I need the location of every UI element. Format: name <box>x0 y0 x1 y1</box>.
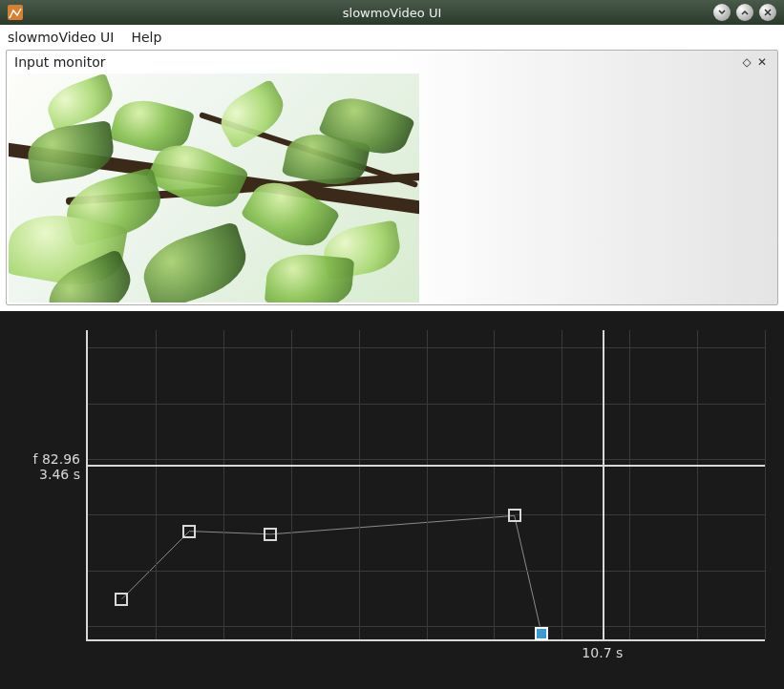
video-preview[interactable] <box>9 73 419 303</box>
close-button[interactable] <box>759 4 776 21</box>
input-monitor-panel: Input monitor ◇ ✕ <box>6 50 778 305</box>
curve-node[interactable] <box>264 528 277 541</box>
maximize-button[interactable] <box>736 4 753 21</box>
y-cursor-seconds: 3.46 s <box>33 467 80 482</box>
menubar: slowmoVideo UI Help <box>0 25 784 50</box>
menu-item-help[interactable]: Help <box>131 30 161 45</box>
cursor-line-horizontal <box>88 465 765 467</box>
window-title: slowmoVideo UI <box>343 6 442 20</box>
grid-line-h <box>88 571 765 572</box>
grid-line-v <box>291 330 292 639</box>
cursor-line-vertical <box>603 330 604 639</box>
curve-node[interactable] <box>535 627 548 640</box>
grid-line-v <box>359 330 360 639</box>
minimize-button[interactable] <box>713 4 731 21</box>
timeline-canvas[interactable]: f 82.963.46 s10.7 s <box>0 311 784 689</box>
preview-area <box>7 73 777 304</box>
grid-line-v <box>427 330 428 639</box>
grid-line-v <box>494 330 495 639</box>
grid-line-h <box>88 459 765 460</box>
grid-line-v <box>223 330 224 639</box>
y-cursor-frame: f 82.96 <box>33 451 80 467</box>
window-controls <box>713 4 776 21</box>
grid-line-h <box>88 404 765 405</box>
grid-line-v <box>629 330 630 639</box>
pin-icon[interactable]: ◇ <box>739 54 754 70</box>
plot-area[interactable]: f 82.963.46 s10.7 s <box>86 330 765 641</box>
grid-line-v <box>156 330 157 639</box>
window-titlebar: slowmoVideo UI <box>0 0 784 25</box>
app-icon <box>6 3 25 22</box>
grid-line-v <box>697 330 698 639</box>
grid-line-v <box>765 330 766 639</box>
menu-item-app[interactable]: slowmoVideo UI <box>8 30 114 45</box>
app-body: slowmoVideo UI Help Input monitor ◇ ✕ <box>0 25 784 689</box>
grid-line-v <box>562 330 562 639</box>
panel-header: Input monitor ◇ ✕ <box>7 51 777 73</box>
curve-node[interactable] <box>115 593 128 606</box>
panel-title: Input monitor <box>14 54 105 70</box>
curve-node[interactable] <box>182 525 196 538</box>
grid-line-h <box>88 347 765 348</box>
curve-node[interactable] <box>508 509 521 522</box>
x-cursor-label: 10.7 s <box>582 645 623 660</box>
grid-line-h <box>88 626 765 627</box>
close-panel-icon[interactable]: ✕ <box>754 54 770 70</box>
y-cursor-label: f 82.963.46 s <box>33 451 80 482</box>
grid-line-h <box>88 514 765 515</box>
